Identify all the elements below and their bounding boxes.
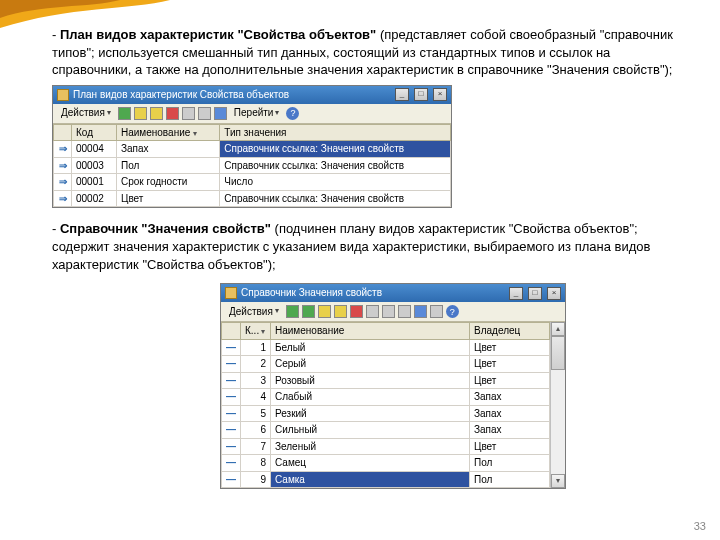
- para1-lead: План видов характеристик "Свойства объек…: [60, 27, 376, 42]
- cell-owner: Запах: [470, 389, 550, 406]
- cell-k: 5: [241, 405, 271, 422]
- para2-lead: Справочник "Значения свойств": [60, 221, 271, 236]
- close-button[interactable]: ×: [433, 88, 447, 101]
- filter-icon[interactable]: [182, 107, 195, 120]
- actions-menu[interactable]: Действия▾: [225, 304, 283, 320]
- row-marker: —: [222, 372, 241, 389]
- add-group-icon[interactable]: [302, 305, 315, 318]
- row-marker: —: [222, 405, 241, 422]
- table-row[interactable]: —9СамкаПол: [222, 471, 550, 488]
- col-k[interactable]: К...: [241, 323, 271, 340]
- maximize-button[interactable]: □: [414, 88, 428, 101]
- maximize-button[interactable]: □: [528, 287, 542, 300]
- goto-menu[interactable]: Перейти▾: [230, 105, 284, 121]
- refresh-icon[interactable]: [414, 305, 427, 318]
- table-row[interactable]: ⇒00004ЗапахСправочник ссылка: Значения с…: [54, 141, 451, 158]
- app-icon: [225, 287, 237, 299]
- page-number: 33: [694, 520, 706, 532]
- close-button[interactable]: ×: [547, 287, 561, 300]
- delete-icon[interactable]: [166, 107, 179, 120]
- table-row[interactable]: —4СлабыйЗапах: [222, 389, 550, 406]
- copy-icon[interactable]: [334, 305, 347, 318]
- col-name[interactable]: Наименование: [116, 124, 219, 141]
- row-marker: —: [222, 422, 241, 439]
- cell-name: Сильный: [271, 422, 470, 439]
- cell-k: 1: [241, 339, 271, 356]
- paragraph-1: - План видов характеристик "Свойства объ…: [52, 26, 678, 79]
- table-row[interactable]: —2СерыйЦвет: [222, 356, 550, 373]
- row-marker: —: [222, 471, 241, 488]
- row-marker: —: [222, 339, 241, 356]
- refresh-icon[interactable]: [214, 107, 227, 120]
- cell-owner: Запах: [470, 422, 550, 439]
- edit-icon[interactable]: [318, 305, 331, 318]
- cell-name: Пол: [116, 157, 219, 174]
- table-row[interactable]: —3РозовыйЦвет: [222, 372, 550, 389]
- cell-owner: Пол: [470, 455, 550, 472]
- col-marker: [222, 323, 241, 340]
- cell-type: Справочник ссылка: Значения свойств: [220, 157, 451, 174]
- cell-name: Самка: [271, 471, 470, 488]
- help-icon[interactable]: ?: [286, 107, 299, 120]
- copy-icon[interactable]: [150, 107, 163, 120]
- col-type[interactable]: Тип значения: [220, 124, 451, 141]
- scrollbar[interactable]: ▴ ▾: [550, 322, 565, 488]
- extra-icon[interactable]: [430, 305, 443, 318]
- table-row[interactable]: —1БелыйЦвет: [222, 339, 550, 356]
- row-marker: ⇒: [54, 141, 72, 158]
- cell-name: Розовый: [271, 372, 470, 389]
- cell-name: Серый: [271, 356, 470, 373]
- scroll-up-button[interactable]: ▴: [551, 322, 565, 336]
- row-marker: ⇒: [54, 174, 72, 191]
- help-icon[interactable]: ?: [446, 305, 459, 318]
- table-row[interactable]: ⇒00002ЦветСправочник ссылка: Значения св…: [54, 190, 451, 207]
- window-reference: Справочник Значения свойств _ □ × Действ…: [220, 283, 566, 489]
- toolbar-2: Действия▾ ?: [221, 302, 565, 322]
- add-icon[interactable]: [286, 305, 299, 318]
- table-row[interactable]: —5РезкийЗапах: [222, 405, 550, 422]
- cell-code: 00003: [72, 157, 117, 174]
- scroll-thumb[interactable]: [551, 336, 565, 370]
- sort-icon[interactable]: [198, 107, 211, 120]
- cell-name: Слабый: [271, 389, 470, 406]
- hierarchy-icon[interactable]: [366, 305, 379, 318]
- table-row[interactable]: —6СильныйЗапах: [222, 422, 550, 439]
- cell-name: Белый: [271, 339, 470, 356]
- minimize-button[interactable]: _: [395, 88, 409, 101]
- window-plan-types: План видов характеристик Свойства объект…: [52, 85, 452, 209]
- cell-code: 00001: [72, 174, 117, 191]
- titlebar-1: План видов характеристик Свойства объект…: [53, 86, 451, 104]
- cell-owner: Цвет: [470, 372, 550, 389]
- scroll-down-button[interactable]: ▾: [551, 474, 565, 488]
- row-marker: ⇒: [54, 157, 72, 174]
- cell-owner: Пол: [470, 471, 550, 488]
- table-row[interactable]: ⇒00003ПолСправочник ссылка: Значения сво…: [54, 157, 451, 174]
- delete-icon[interactable]: [350, 305, 363, 318]
- edit-icon[interactable]: [134, 107, 147, 120]
- grid-1[interactable]: Код Наименование Тип значения ⇒00004Запа…: [53, 124, 451, 208]
- table-row[interactable]: ⇒00001Срок годностиЧисло: [54, 174, 451, 191]
- window-title: План видов характеристик Свойства объект…: [73, 88, 289, 102]
- cell-name: Цвет: [116, 190, 219, 207]
- paragraph-2: - Справочник "Значения свойств" (подчине…: [52, 220, 678, 273]
- cell-name: Резкий: [271, 405, 470, 422]
- col-code[interactable]: Код: [72, 124, 117, 141]
- cell-type: Число: [220, 174, 451, 191]
- add-icon[interactable]: [118, 107, 131, 120]
- row-marker: —: [222, 455, 241, 472]
- col-name[interactable]: Наименование: [271, 323, 470, 340]
- filter-icon[interactable]: [382, 305, 395, 318]
- cell-k: 3: [241, 372, 271, 389]
- minimize-button[interactable]: _: [509, 287, 523, 300]
- table-row[interactable]: —8СамецПол: [222, 455, 550, 472]
- col-owner[interactable]: Владелец: [470, 323, 550, 340]
- toolbar-1: Действия▾ Перейти▾ ?: [53, 104, 451, 124]
- table-row[interactable]: —7ЗеленыйЦвет: [222, 438, 550, 455]
- cell-owner: Запах: [470, 405, 550, 422]
- row-marker: —: [222, 389, 241, 406]
- grid-2[interactable]: К... Наименование Владелец —1БелыйЦвет—2…: [221, 322, 550, 488]
- actions-menu[interactable]: Действия▾: [57, 105, 115, 121]
- cell-owner: Цвет: [470, 339, 550, 356]
- sort-icon[interactable]: [398, 305, 411, 318]
- cell-type: Справочник ссылка: Значения свойств: [220, 190, 451, 207]
